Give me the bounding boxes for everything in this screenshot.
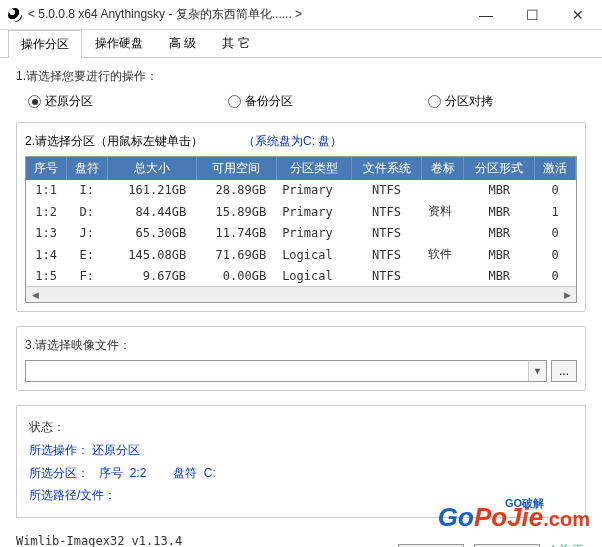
version-block: Wimlib-Imagex32 v1.13.4 Ghost64 v12.0.0.…: [16, 532, 398, 547]
window-title: < 5.0.0.8 x64 Anythingsky - 复杂的东西简单化....…: [28, 6, 470, 23]
radio-backup[interactable]: 备份分区: [228, 93, 428, 110]
cell-free: 11.74GB: [196, 223, 276, 243]
radio-icon: [228, 95, 241, 108]
chevron-down-icon[interactable]: ▼: [528, 361, 546, 381]
cell-size: 65.30GB: [107, 223, 196, 243]
cell-ptype: Primary: [276, 200, 351, 223]
cell-size: 9.67GB: [107, 266, 196, 286]
cell-drv: E:: [66, 243, 107, 266]
tab-bar: 操作分区 操作硬盘 高 级 其 它: [0, 30, 602, 58]
section1-label: 1.请选择您要进行的操作：: [16, 68, 586, 85]
tab-partition-ops[interactable]: 操作分区: [8, 30, 82, 58]
partition-group: 2.请选择分区（用鼠标左键单击） （系统盘为C: 盘） 序号盘符总大小可用空间分…: [16, 122, 586, 312]
cell-seq: 1:1: [26, 180, 66, 200]
radio-icon: [28, 95, 41, 108]
column-header[interactable]: 卷标: [422, 157, 464, 180]
column-header[interactable]: 序号: [26, 157, 66, 180]
cell-active: 0: [535, 223, 576, 243]
app-icon: [8, 8, 22, 22]
radio-restore[interactable]: 还原分区: [28, 93, 228, 110]
image-path-combo[interactable]: ▼: [25, 360, 547, 382]
maximize-button[interactable]: ☐: [516, 3, 548, 27]
cell-free: 0.00GB: [196, 266, 276, 286]
cell-drv: F:: [66, 266, 107, 286]
cell-ptype: Primary: [276, 223, 351, 243]
column-header[interactable]: 激活: [535, 157, 576, 180]
horizontal-scrollbar[interactable]: ◀ ▶: [26, 286, 576, 302]
column-header[interactable]: 盘符: [66, 157, 107, 180]
cell-free: 71.69GB: [196, 243, 276, 266]
table-row[interactable]: 1:5F:9.67GB0.00GBLogicalNTFSMBR0: [26, 266, 576, 286]
version-line-1: Wimlib-Imagex32 v1.13.4: [16, 532, 398, 547]
image-group: 3.请选择映像文件： ▼ ...: [16, 326, 586, 391]
browse-button[interactable]: ...: [551, 360, 577, 382]
cell-seq: 1:4: [26, 243, 66, 266]
cell-drv: D:: [66, 200, 107, 223]
cell-label: 资料: [422, 200, 464, 223]
radio-label: 备份分区: [245, 93, 293, 110]
cell-seq: 1:5: [26, 266, 66, 286]
cell-ptype: Primary: [276, 180, 351, 200]
status-seq-value: 2:2: [130, 466, 147, 480]
status-drv-value: C:: [204, 466, 216, 480]
table-row[interactable]: 1:4E:145.08GB71.69GBLogicalNTFS软件MBR0: [26, 243, 576, 266]
radio-label: 分区对拷: [445, 93, 493, 110]
status-path-key: 所选路径/文件：: [29, 484, 116, 507]
cell-scheme: MBR: [464, 200, 535, 223]
radio-clone[interactable]: 分区对拷: [428, 93, 493, 110]
cell-scheme: MBR: [464, 266, 535, 286]
table-row[interactable]: 1:3J:65.30GB11.74GBPrimaryNTFSMBR0: [26, 223, 576, 243]
column-header[interactable]: 文件系统: [351, 157, 422, 180]
scroll-left-icon[interactable]: ◀: [28, 289, 42, 301]
cell-fs: NTFS: [351, 200, 422, 223]
section2-label: 2.请选择分区（用鼠标左键单击）: [25, 133, 203, 150]
cell-scheme: MBR: [464, 180, 535, 200]
section3-label: 3.请选择映像文件：: [25, 337, 577, 354]
cell-label: [422, 223, 464, 243]
status-header: 状态：: [29, 416, 573, 439]
close-button[interactable]: ✕: [562, 3, 594, 27]
titlebar: < 5.0.0.8 x64 Anythingsky - 复杂的东西简单化....…: [0, 0, 602, 30]
cell-scheme: MBR: [464, 243, 535, 266]
cell-fs: NTFS: [351, 223, 422, 243]
system-disk-hint: （系统盘为C: 盘）: [243, 133, 342, 150]
about-link[interactable]: ^关于: [550, 542, 586, 547]
cell-ptype: Logical: [276, 243, 351, 266]
tab-disk-ops[interactable]: 操作硬盘: [82, 29, 156, 57]
cell-label: [422, 180, 464, 200]
radio-icon: [428, 95, 441, 108]
status-op-key: 所选操作：: [29, 439, 89, 462]
tab-other[interactable]: 其 它: [209, 29, 262, 57]
cell-drv: I:: [66, 180, 107, 200]
cell-free: 28.89GB: [196, 180, 276, 200]
cell-free: 15.89GB: [196, 200, 276, 223]
cell-active: 0: [535, 266, 576, 286]
cell-scheme: MBR: [464, 223, 535, 243]
cell-label: 软件: [422, 243, 464, 266]
minimize-button[interactable]: —: [470, 3, 502, 27]
cell-seq: 1:2: [26, 200, 66, 223]
table-row[interactable]: 1:1I:161.21GB28.89GBPrimaryNTFSMBR0: [26, 180, 576, 200]
cell-label: [422, 266, 464, 286]
cell-fs: NTFS: [351, 266, 422, 286]
cell-active: 1: [535, 200, 576, 223]
table-row[interactable]: 1:2D:84.44GB15.89GBPrimaryNTFS资料MBR1: [26, 200, 576, 223]
column-header[interactable]: 总大小: [107, 157, 196, 180]
cell-fs: NTFS: [351, 180, 422, 200]
partition-table[interactable]: 序号盘符总大小可用空间分区类型文件系统卷标分区形式激活 1:1I:161.21G…: [25, 156, 577, 303]
status-part-key: 所选分区：: [29, 462, 89, 485]
status-seq-key: 序号: [99, 466, 123, 480]
column-header[interactable]: 分区形式: [464, 157, 535, 180]
status-drv-key: 盘符: [173, 466, 197, 480]
cell-size: 84.44GB: [107, 200, 196, 223]
cell-active: 0: [535, 243, 576, 266]
cell-fs: NTFS: [351, 243, 422, 266]
column-header[interactable]: 分区类型: [276, 157, 351, 180]
tab-advanced[interactable]: 高 级: [156, 29, 209, 57]
scroll-right-icon[interactable]: ▶: [560, 289, 574, 301]
cell-size: 145.08GB: [107, 243, 196, 266]
cell-seq: 1:3: [26, 223, 66, 243]
status-op-value: 还原分区: [92, 443, 140, 457]
cell-size: 161.21GB: [107, 180, 196, 200]
column-header[interactable]: 可用空间: [196, 157, 276, 180]
